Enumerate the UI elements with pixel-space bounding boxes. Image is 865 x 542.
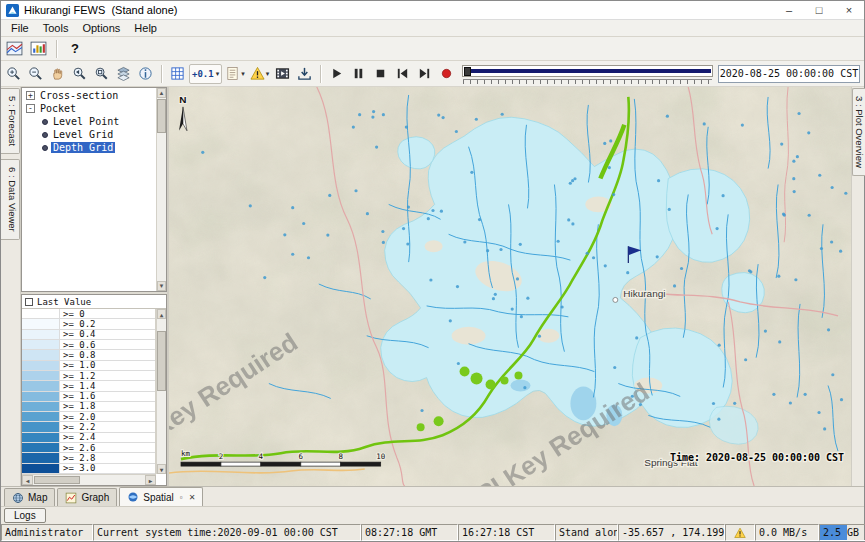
last-value-checkbox[interactable] [25, 298, 33, 306]
grid-button[interactable] [167, 63, 188, 84]
svg-text:N: N [179, 94, 186, 105]
titlebar[interactable]: Hikurangi FEWS (Stand alone) – □ × [1, 1, 864, 20]
interval-combo[interactable]: +0.1 ▾ [189, 64, 222, 84]
scrollbar-thumb[interactable] [157, 331, 166, 391]
legend-class-label: >= 0 [60, 309, 88, 318]
legend-vertical-scrollbar[interactable]: ▲ ▼ [156, 309, 166, 474]
minimize-button[interactable]: – [774, 1, 804, 19]
zoom-in-button[interactable] [3, 63, 24, 84]
scroll-up-icon[interactable]: ▲ [157, 88, 166, 98]
status-text: 08:27:18 GMT [365, 527, 437, 538]
collapse-icon[interactable]: - [26, 104, 35, 113]
maximize-button[interactable]: □ [804, 1, 834, 19]
warning-button[interactable]: ▾ [248, 63, 272, 84]
map-toolbar: +0.1 ▾ ▾▾ 2020-08-25 00:00:00 CST [1, 61, 864, 87]
chevron-down-icon: ▾ [266, 70, 270, 78]
menu-help[interactable]: Help [127, 21, 164, 35]
stop-icon [373, 66, 388, 81]
zoom-previous-button[interactable] [69, 63, 90, 84]
close-tab-icon[interactable]: ✕ [189, 493, 196, 502]
legend-horizontal-scrollbar[interactable]: ◀ ▶ [22, 474, 156, 485]
node-bullet-icon [42, 145, 48, 151]
play-icon [329, 66, 344, 81]
tree-item-pocket[interactable]: -Pocket [23, 102, 155, 115]
logs-button[interactable]: Logs [4, 508, 46, 523]
menu-file[interactable]: File [4, 21, 36, 35]
scroll-down-icon[interactable]: ▼ [157, 281, 166, 291]
legend-class-label: >= 1.4 [60, 381, 99, 390]
status-gmt-time: 08:27:18 GMT [361, 524, 458, 541]
dock-tab-plot-overview[interactable]: 3 : Plot Overview [852, 88, 865, 176]
status-text: Stand alone [559, 527, 618, 538]
layers-button[interactable] [113, 63, 134, 84]
svg-text:6: 6 [299, 452, 304, 461]
displays-button[interactable] [28, 38, 49, 59]
scrollbar-track[interactable] [157, 319, 166, 464]
legend-panel: Last Value >= 0>= 0.2>= 0.4>= 0.6>= 0.8>… [21, 294, 167, 486]
record-button[interactable] [436, 63, 457, 84]
svg-text:10: 10 [376, 452, 386, 461]
tree-vertical-scrollbar[interactable]: ▲ ▼ [156, 88, 166, 291]
status-user: Administrator [1, 524, 93, 541]
scrollbar-track[interactable] [157, 98, 166, 281]
help-button[interactable]: ? [64, 38, 86, 59]
skip-start-button[interactable] [392, 63, 413, 84]
tree-item-level-grid[interactable]: Level Grid [23, 128, 155, 141]
scroll-left-icon[interactable]: ◀ [22, 475, 33, 485]
stop-button[interactable] [370, 63, 391, 84]
menu-options[interactable]: Options [75, 21, 127, 35]
scroll-right-icon[interactable]: ▶ [145, 475, 156, 485]
legend-color-swatch [22, 350, 60, 359]
legend-class-row: >= 1.8 [22, 402, 155, 412]
pan-hand-icon [50, 66, 65, 81]
map-canvas[interactable]: API Key RequiredAPI Key RequiredHikurang… [169, 87, 851, 486]
scrollbar-track[interactable] [33, 475, 145, 485]
tree-item-label: Pocket [38, 103, 78, 114]
dock-tab-forecast[interactable]: 5 : Forecast [1, 88, 20, 154]
tree-item-level-point[interactable]: Level Point [23, 115, 155, 128]
tree-item-depth-grid[interactable]: Depth Grid [23, 141, 155, 154]
application-window: Hikurangi FEWS (Stand alone) – □ × FileT… [0, 0, 865, 542]
map-time-label: Time: 2020-08-25 00:00:00 CST [670, 452, 844, 463]
tree-item-cross-section[interactable]: +Cross-section [23, 89, 155, 102]
view-tab-graph[interactable]: Graph [57, 488, 117, 506]
explorer-button[interactable] [4, 38, 25, 59]
skip-end-button[interactable] [414, 63, 435, 84]
menu-tools[interactable]: Tools [36, 21, 76, 35]
spatial-map-view[interactable]: API Key RequiredAPI Key RequiredHikurang… [169, 87, 851, 486]
time-slider[interactable] [462, 63, 713, 85]
status-memory: 2.5 GB [819, 524, 865, 541]
tree-item-label: Level Grid [51, 129, 115, 140]
play-button[interactable] [326, 63, 347, 84]
undock-tab-icon[interactable]: ▫ [180, 493, 183, 502]
export-button[interactable] [294, 63, 315, 84]
time-slider-handle[interactable] [464, 67, 471, 76]
view-tab-map[interactable]: Map [4, 488, 55, 506]
expand-icon[interactable]: + [26, 91, 35, 100]
scrollbar-thumb[interactable] [34, 476, 80, 484]
legend-class-label: >= 1.6 [60, 392, 99, 401]
document-button[interactable]: ▾ [223, 63, 247, 84]
legend-class-label: >= 2.8 [60, 453, 99, 462]
zoom-out-button[interactable] [25, 63, 46, 84]
close-button[interactable]: × [834, 1, 864, 19]
time-slider-bar [464, 69, 711, 73]
current-datetime-field[interactable]: 2020-08-25 00:00:00 CST [718, 65, 860, 83]
movie-button[interactable] [272, 63, 293, 84]
graph-icon [65, 492, 77, 504]
record-icon [439, 66, 454, 81]
pan-hand-button[interactable] [47, 63, 68, 84]
scrollbar-thumb[interactable] [157, 99, 166, 133]
dock-tab-data-viewer[interactable]: 6 : Data Viewer [1, 159, 20, 240]
zoom-extent-button[interactable] [91, 63, 112, 84]
zoom-in-icon [6, 66, 21, 81]
view-tab-spatial[interactable]: Spatial▫✕ [119, 487, 203, 506]
status-text: Current system time:2020-09-01 00:00 CST [97, 527, 338, 538]
svg-text:4: 4 [259, 452, 264, 461]
scroll-down-icon[interactable]: ▼ [157, 464, 166, 474]
info-button[interactable] [135, 63, 156, 84]
scroll-up-icon[interactable]: ▲ [157, 309, 166, 319]
legend-header: Last Value [22, 295, 166, 309]
legend-color-swatch [22, 464, 60, 473]
pause-button[interactable] [348, 63, 369, 84]
